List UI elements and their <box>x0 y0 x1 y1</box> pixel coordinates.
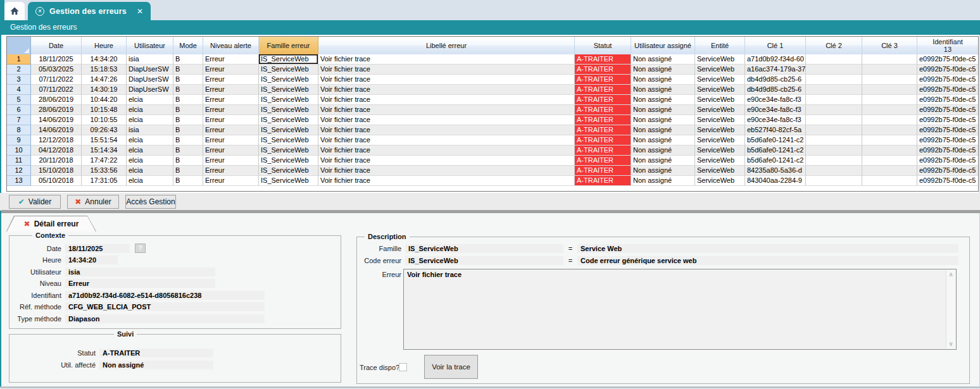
grid-cell-famille-erreur[interactable]: IS_ServiceWeb <box>259 85 318 95</box>
grid-cell-libelle-erreur[interactable]: Voir fichier trace <box>318 95 575 105</box>
grid-cell-famille-erreur[interactable]: IS_ServiceWeb <box>259 166 318 176</box>
grid-cell-identifiant[interactable]: e0992b75-f0de-c5 <box>917 105 978 115</box>
grid-cell-identifiant[interactable]: e0992b75-f0de-c5 <box>917 85 978 95</box>
grid-cell-date[interactable]: 14/06/2019 <box>31 125 82 135</box>
grid-cell-cle1[interactable]: e90ce34e-fa8c-f3 <box>745 95 806 105</box>
grid-cell-niveau-alerte[interactable]: Erreur <box>203 115 259 125</box>
grid-cell-entite[interactable]: ServiceWeb <box>695 135 745 145</box>
grid-cell-identifiant[interactable]: e0992b75-f0de-c5 <box>917 115 978 125</box>
grid-cell-cle3[interactable] <box>862 95 917 105</box>
grid-cell-cle1[interactable]: a16ac374-179a-37 <box>745 65 806 75</box>
column-header-utilisateur[interactable]: Utilisateur <box>127 37 173 54</box>
grid-cell-heure[interactable]: 10:44:20 <box>82 95 127 105</box>
grid-cell-utilisateur[interactable]: DiapUserSW <box>127 65 173 75</box>
row-number-cell[interactable]: 3 <box>7 75 31 85</box>
scroll-up-icon[interactable]: ∧ <box>948 271 953 278</box>
grid-cell-heure[interactable]: 15:14:34 <box>82 145 127 156</box>
valider-button[interactable]: ✔ Valider <box>9 195 61 209</box>
grid-cell-heure[interactable]: 14:34:20 <box>82 54 127 65</box>
grid-cell-utilisateur[interactable]: isia <box>127 54 173 65</box>
grid-cell-utilisateur-assigne[interactable]: Non assigné <box>631 176 695 186</box>
trace-dispo-checkbox[interactable] <box>399 363 407 371</box>
grid-cell-mode[interactable]: B <box>173 54 203 65</box>
grid-cell-utilisateur-assigne[interactable]: Non assigné <box>631 95 695 105</box>
grid-cell-cle3[interactable] <box>862 85 917 95</box>
row-number-cell[interactable]: 4 <box>7 85 31 95</box>
grid-cell-libelle-erreur[interactable]: Voir fichier trace <box>318 135 575 145</box>
grid-cell-famille-erreur[interactable]: IS_ServiceWeb <box>259 145 318 156</box>
grid-cell-identifiant[interactable]: e0992b75-f0de-c5 <box>917 65 978 75</box>
grid-cell-entite[interactable]: ServiceWeb <box>695 75 745 85</box>
table-row[interactable]: 10 04/12/2018 15:14:34 elcia B Erreur IS… <box>7 145 978 156</box>
grid-cell-date[interactable]: 05/03/2025 <box>31 65 82 75</box>
table-row[interactable]: 6 28/06/2019 10:15:48 elcia B Erreur IS_… <box>7 105 978 115</box>
grid-cell-utilisateur-assigne[interactable]: Non assigné <box>631 145 695 156</box>
grid-cell-libelle-erreur[interactable]: Voir fichier trace <box>318 176 575 186</box>
grid-cell-entite[interactable]: ServiceWeb <box>695 166 745 176</box>
grid-cell-cle1[interactable]: b5d6afe0-1241-c2 <box>745 156 806 166</box>
grid-cell-utilisateur-assigne[interactable]: Non assigné <box>631 75 695 85</box>
column-header-mode[interactable]: Mode <box>173 37 203 54</box>
grid-cell-identifiant[interactable]: e0992b75-f0de-c5 <box>917 95 978 105</box>
grid-cell-date[interactable]: 18/11/2025 <box>31 54 82 65</box>
grid-cell-cle2[interactable] <box>806 135 862 145</box>
grid-cell-famille-erreur[interactable]: IS_ServiceWeb <box>259 135 318 145</box>
grid-cell-heure[interactable]: 17:47:22 <box>82 156 127 166</box>
grid-cell-date[interactable]: 14/06/2019 <box>31 115 82 125</box>
column-header-heure[interactable]: Heure <box>82 37 127 54</box>
table-row[interactable]: 5 28/06/2019 10:44:20 elcia B Erreur IS_… <box>7 95 978 105</box>
grid-cell-libelle-erreur[interactable]: Voir fichier trace <box>318 105 575 115</box>
grid-cell-heure[interactable]: 15:51:54 <box>82 135 127 145</box>
grid-cell-mode[interactable]: B <box>173 145 203 156</box>
table-row[interactable]: 9 12/12/2018 15:51:54 elcia B Erreur IS_… <box>7 135 978 145</box>
acces-gestion-button[interactable]: Accès Gestion <box>125 195 176 209</box>
grid-cell-cle1[interactable]: a71d0b92-f34d-60 <box>745 54 806 65</box>
row-number-cell[interactable]: 2 <box>7 65 31 75</box>
grid-cell-statut[interactable]: A-TRAITER <box>575 166 631 176</box>
table-row[interactable]: 12 15/10/2018 15:33:56 elcia B Erreur IS… <box>7 166 978 176</box>
grid-cell-identifiant[interactable]: e0992b75-f0de-c5 <box>917 166 978 176</box>
grid-cell-cle3[interactable] <box>862 156 917 166</box>
grid-cell-famille-erreur[interactable]: IS_ServiceWeb <box>259 125 318 135</box>
table-row[interactable]: 8 14/06/2019 09:26:43 isia B Erreur IS_S… <box>7 125 978 135</box>
grid-cell-utilisateur[interactable]: elcia <box>127 115 173 125</box>
grid-cell-entite[interactable]: ServiceWeb <box>695 54 745 65</box>
grid-cell-mode[interactable]: B <box>173 105 203 115</box>
annuler-button[interactable]: ✖ Annuler <box>67 195 119 209</box>
table-row[interactable]: 4 07/11/2022 14:30:19 DiapUserSW B Erreu… <box>7 85 978 95</box>
util-affecte-field[interactable]: Non assigné <box>99 361 213 369</box>
grid-cell-utilisateur-assigne[interactable]: Non assigné <box>631 115 695 125</box>
grid-cell-cle1[interactable]: eb527f40-82cf-5a <box>745 125 806 135</box>
grid-cell-utilisateur[interactable]: elcia <box>127 156 173 166</box>
date-field[interactable]: 18/11/2025 <box>65 244 130 253</box>
grid-cell-utilisateur[interactable]: elcia <box>127 166 173 176</box>
grid-cell-utilisateur[interactable]: elcia <box>127 176 173 186</box>
grid-cell-statut[interactable]: A-TRAITER <box>575 105 631 115</box>
grid-cell-utilisateur[interactable]: elcia <box>127 145 173 156</box>
grid-cell-libelle-erreur[interactable]: Voir fichier trace <box>318 115 575 125</box>
column-header-cle2[interactable]: Clé 2 <box>806 37 862 54</box>
column-header-niveau-alerte[interactable]: Niveau alerte <box>203 37 259 54</box>
grid-cell-statut[interactable]: A-TRAITER <box>575 115 631 125</box>
column-header-entite[interactable]: Entité <box>695 37 745 54</box>
grid-cell-utilisateur[interactable]: DiapUserSW <box>127 85 173 95</box>
grid-cell-statut[interactable]: A-TRAITER <box>575 135 631 145</box>
grid-cell-niveau-alerte[interactable]: Erreur <box>203 135 259 145</box>
grid-cell-mode[interactable]: B <box>173 85 203 95</box>
grid-cell-libelle-erreur[interactable]: Voir fichier trace <box>318 75 575 85</box>
grid-cell-mode[interactable]: B <box>173 75 203 85</box>
grid-cell-famille-erreur[interactable]: IS_ServiceWeb <box>259 115 318 125</box>
grid-cell-identifiant[interactable]: e0992b75-f0de-c5 <box>917 156 978 166</box>
grid-cell-famille-erreur[interactable]: IS_ServiceWeb <box>259 156 318 166</box>
erreur-textarea[interactable]: Voir fichier trace ∧ ∨ <box>403 269 957 350</box>
grid-cell-cle3[interactable] <box>862 135 917 145</box>
scrollbar[interactable]: ∧ ∨ <box>946 270 955 349</box>
grid-cell-statut[interactable]: A-TRAITER <box>575 156 631 166</box>
grid-cell-mode[interactable]: B <box>173 65 203 75</box>
grid-cell-statut[interactable]: A-TRAITER <box>575 176 631 186</box>
grid-cell-heure[interactable]: 10:15:48 <box>82 105 127 115</box>
famille-description-field[interactable]: Service Web <box>577 244 958 253</box>
grid-cell-cle2[interactable] <box>806 75 862 85</box>
grid-cell-utilisateur-assigne[interactable]: Non assigné <box>631 156 695 166</box>
grid-cell-famille-erreur[interactable]: IS_ServiceWeb <box>259 65 318 75</box>
